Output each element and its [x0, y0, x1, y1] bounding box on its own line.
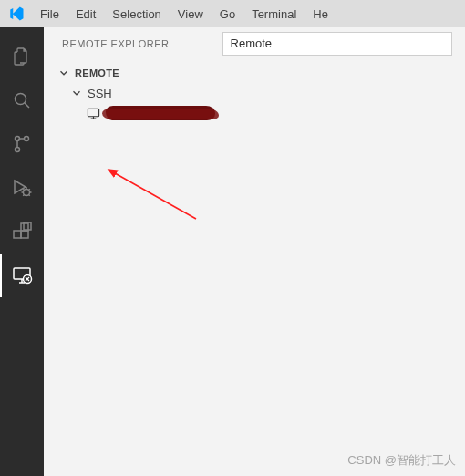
menu-selection[interactable]: Selection	[104, 0, 169, 27]
svg-point-0	[16, 94, 26, 105]
remote-explorer-icon[interactable]	[0, 254, 44, 297]
tree-item-ssh-label: SSH	[84, 87, 112, 100]
tree-item-ssh[interactable]: SSH	[44, 83, 465, 103]
menu-help[interactable]: He	[305, 0, 336, 27]
svg-point-4	[24, 190, 30, 196]
redacted-hostname	[106, 106, 215, 120]
explorer-icon[interactable]	[0, 35, 44, 78]
tree-section-label: REMOTE	[71, 67, 119, 78]
monitor-icon	[86, 106, 100, 120]
search-icon[interactable]	[0, 78, 44, 122]
menu-file[interactable]: File	[32, 0, 67, 27]
watermark: CSDN @智能打工人	[347, 452, 456, 469]
svg-point-3	[16, 148, 20, 152]
menu-terminal[interactable]: Terminal	[243, 0, 305, 27]
sidebar: REMOTE EXPLORER Remote REMOTE SSH	[44, 27, 465, 476]
menu-view[interactable]: View	[170, 0, 212, 27]
dropdown-value: Remote	[231, 36, 273, 50]
remote-type-dropdown[interactable]: Remote	[222, 32, 452, 56]
chevron-down-icon	[57, 66, 71, 80]
menubar: File Edit Selection View Go Terminal He	[0, 0, 465, 27]
menu-go[interactable]: Go	[212, 0, 243, 27]
chevron-down-icon	[69, 86, 84, 100]
vscode-logo-icon	[0, 5, 32, 22]
run-debug-icon[interactable]	[0, 166, 44, 210]
tree-item-ssh-host[interactable]	[44, 103, 465, 123]
svg-rect-5	[14, 231, 21, 238]
activitybar	[0, 27, 44, 476]
extensions-icon[interactable]	[0, 210, 44, 254]
svg-point-1	[25, 137, 29, 141]
menu-edit[interactable]: Edit	[67, 0, 104, 27]
sidebar-title: REMOTE EXPLORER	[57, 38, 175, 49]
svg-rect-11	[88, 109, 98, 116]
svg-rect-6	[21, 231, 28, 238]
tree-section-remote[interactable]: REMOTE	[44, 63, 465, 83]
source-control-icon[interactable]	[0, 122, 44, 166]
sidebar-header: REMOTE EXPLORER Remote	[44, 27, 465, 59]
main-area: REMOTE EXPLORER Remote REMOTE SSH	[0, 27, 465, 476]
remote-tree: REMOTE SSH	[44, 59, 465, 127]
